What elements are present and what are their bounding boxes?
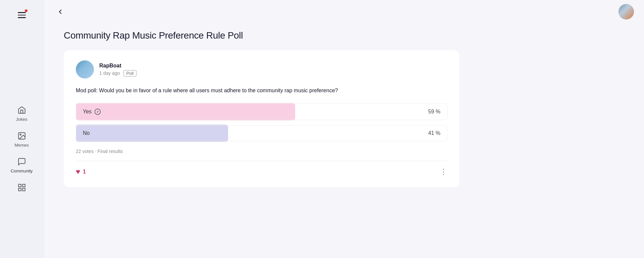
main-wrapper: Community Rap Music Preference Rule Poll… (44, 0, 644, 258)
yes-pct: 59 % (428, 109, 440, 115)
main-content: Community Rap Music Preference Rule Poll… (44, 23, 644, 258)
sidebar-item-grid[interactable] (0, 178, 43, 197)
poll-option-yes[interactable]: Yes 59 % (76, 103, 447, 120)
menu-button[interactable] (13, 7, 30, 23)
grid-icon (17, 183, 26, 192)
no-pct: 41 % (428, 130, 440, 136)
notification-dot (25, 9, 28, 12)
sidebar-label-jokes: Jokes (16, 117, 28, 122)
chat-icon (17, 157, 26, 166)
page-title: Community Rap Music Preference Rule Poll (64, 30, 624, 41)
author-avatar-image (76, 60, 94, 79)
no-label: No (83, 130, 90, 136)
votes-summary: 22 votes · Final results (76, 149, 447, 154)
sidebar-label-memes: Memes (14, 143, 29, 148)
svg-rect-4 (18, 188, 21, 191)
like-count: 1 (83, 169, 86, 175)
author-row: RapBoat 1 day ago Poll (76, 60, 447, 79)
sidebar-item-jokes[interactable]: Jokes (0, 101, 43, 126)
sidebar: Jokes Memes Community (0, 0, 44, 258)
image-icon (17, 131, 26, 141)
reactions-row: ♥ 1 ⋮ (76, 161, 447, 177)
topbar (44, 0, 644, 23)
sidebar-item-memes[interactable]: Memes (0, 126, 43, 152)
avatar-image (619, 4, 634, 19)
poll-badge: Poll (123, 70, 137, 76)
svg-rect-5 (22, 188, 25, 191)
hamburger-icon (18, 12, 26, 18)
yes-label: Yes (83, 108, 101, 115)
yes-content: Yes 59 % (76, 103, 447, 120)
sidebar-label-community: Community (11, 168, 33, 173)
poll-option-no[interactable]: No 41 % (76, 124, 447, 142)
poll-question: Mod poll: Would you be in favor of a rul… (76, 87, 447, 95)
sidebar-item-community[interactable]: Community (0, 152, 43, 178)
author-info: RapBoat 1 day ago Poll (99, 63, 137, 76)
checkmark-icon (94, 108, 101, 115)
author-avatar (76, 60, 94, 79)
like-button[interactable]: ♥ 1 (76, 167, 86, 176)
user-avatar[interactable] (619, 4, 634, 19)
poll-options: Yes 59 % (76, 103, 447, 142)
more-options-button[interactable]: ⋮ (440, 166, 447, 177)
no-content: No 41 % (76, 125, 447, 141)
author-name: RapBoat (99, 63, 137, 69)
heart-icon: ♥ (76, 167, 80, 176)
svg-point-1 (20, 134, 21, 135)
sidebar-nav: Jokes Memes Community (0, 101, 43, 197)
author-meta: 1 day ago Poll (99, 70, 137, 76)
svg-rect-2 (18, 184, 21, 187)
svg-rect-3 (22, 184, 25, 187)
time-ago: 1 day ago (99, 70, 120, 76)
back-button[interactable] (54, 5, 67, 18)
home-icon (17, 105, 26, 115)
post-card: RapBoat 1 day ago Poll Mod poll: Would y… (64, 50, 460, 187)
